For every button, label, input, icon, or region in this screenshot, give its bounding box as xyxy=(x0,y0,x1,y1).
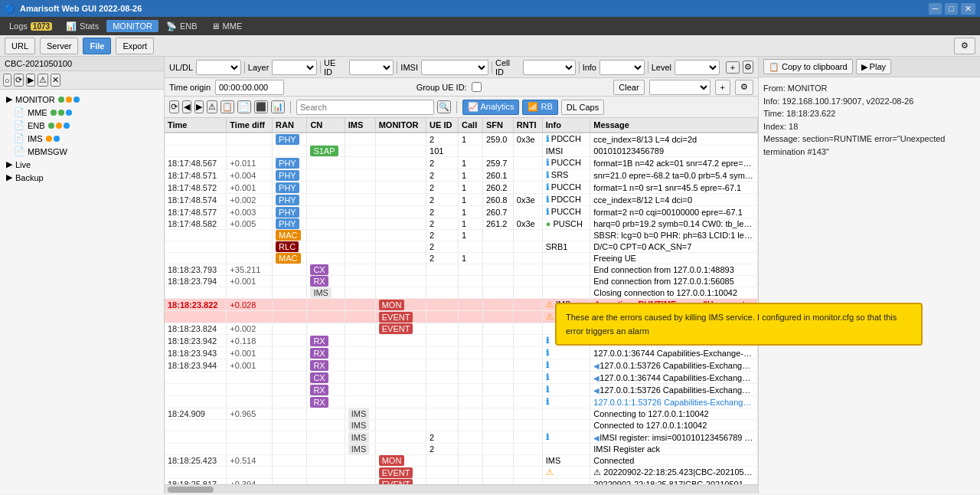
file-button[interactable]: File xyxy=(83,38,111,54)
extra-button[interactable]: ⚙ xyxy=(954,38,975,54)
table-row[interactable]: RX ℹ ◀127.0.0.1:53726 Capabilities-Excha… xyxy=(165,384,758,396)
sidebar-ctrl-5[interactable]: ✕ xyxy=(51,74,60,87)
table-row[interactable]: 18:17:48.582 +0.005 PHY 2 1 261.2 0x3e ●… xyxy=(165,218,758,230)
clear-select[interactable] xyxy=(649,80,710,95)
stop-button[interactable]: ⬛ xyxy=(254,100,268,113)
td-message: Connecting to 127.0.0.1:10042 xyxy=(590,408,758,420)
table-row[interactable]: 18:24.909 +0.965 IMS Connecting to 127.0… xyxy=(165,408,758,420)
table-row[interactable]: EVENT ⚠ ⚠ 20220902-22:18:25.423|CBC-2021… xyxy=(165,467,758,479)
play-button[interactable]: ▶ Play xyxy=(856,59,891,74)
sidebar-ctrl-4[interactable]: ⚠ xyxy=(38,74,48,87)
table-row[interactable]: IMS Connected to 127.0.0.1:10042 xyxy=(165,420,758,431)
copy-button[interactable]: 📋 xyxy=(220,100,234,113)
settings-button[interactable]: ⚙ xyxy=(743,61,753,74)
level-select[interactable] xyxy=(675,60,720,75)
table-row[interactable]: 18:18:25.423 +0.514 MON IMS Connected xyxy=(165,455,758,467)
td-message: snr=21.0 epre=-68.2 ta=0.0 prb=5.4 symb=… xyxy=(590,169,758,182)
copy-clipboard-button[interactable]: 📋 Copy to clipboard xyxy=(763,59,853,74)
antenna-icon: 📡 xyxy=(166,21,177,31)
chart-button[interactable]: 📊 xyxy=(271,100,285,113)
sidebar-item-enb[interactable]: 📄 ENB xyxy=(3,119,161,132)
sidebar-item-mbmsgw[interactable]: 📄 MBMSGW xyxy=(3,145,161,158)
sidebar-item-monitor[interactable]: ▶ MONITOR xyxy=(3,93,161,106)
info-select[interactable] xyxy=(599,60,645,75)
server-button[interactable]: Server xyxy=(40,38,78,54)
table-row[interactable]: MAC 2 1 Freeing UE xyxy=(165,253,758,264)
table-row[interactable]: 18:17:48.567 +0.011 PHY 2 1 259.7 ℹ PUCC… xyxy=(165,157,758,169)
group-ue-id-checkbox[interactable] xyxy=(472,82,482,92)
close-button[interactable]: ✕ xyxy=(961,3,975,15)
layer-select[interactable] xyxy=(272,60,317,75)
clear-button[interactable]: Clear xyxy=(613,80,644,95)
col-message: Message xyxy=(590,118,758,133)
sidebar-ctrl-3[interactable]: ▶ xyxy=(26,74,35,87)
menu-logs[interactable]: Logs 1073 xyxy=(3,20,58,32)
table-row[interactable]: 18:18:23.943 +0.001 RX ℹ 127.0.0.1:36744… xyxy=(165,347,758,359)
imsi-select[interactable] xyxy=(421,60,488,75)
td-rnti xyxy=(513,311,542,323)
add-filter-button[interactable]: + xyxy=(726,61,740,74)
refresh-button[interactable]: ⟳ xyxy=(169,100,179,113)
dl-caps-button[interactable]: DL Caps xyxy=(561,100,604,115)
search-button[interactable]: 🔍 xyxy=(437,100,451,113)
td-mon xyxy=(375,359,426,372)
table-row[interactable]: 18:17:48.577 +0.003 PHY 2 1 260.7 ℹ PUCC… xyxy=(165,206,758,218)
doc-button[interactable]: 📄 xyxy=(237,100,251,113)
table-row[interactable]: CX ℹ ◀127.0.0.1:36744 Capabilities-Excha… xyxy=(165,372,758,384)
table-row[interactable]: PHY 2 1 259.0 0x3e ℹ PDCCH cce_index=8/1… xyxy=(165,133,758,146)
config-button[interactable]: ⚙ xyxy=(735,80,753,95)
export-button[interactable]: Export xyxy=(116,38,154,54)
url-button[interactable]: URL xyxy=(5,38,35,54)
table-row[interactable]: IMS 2 ℹ ◀IMSI register: imsi=00101012345… xyxy=(165,431,758,444)
horizontal-scrollbar[interactable] xyxy=(165,484,758,493)
table-row[interactable]: 18:17:48.571 +0.004 PHY 2 1 260.1 ℹ SRS … xyxy=(165,169,758,182)
cell-id-select[interactable] xyxy=(523,60,575,75)
sidebar-item-ims[interactable]: 📄 IMS xyxy=(3,132,161,145)
sidebar-content: ▶ MONITOR 📄 MME 📄 xyxy=(0,90,164,493)
table-row[interactable]: 18:18:23.794 +0.001 RX End connection fr… xyxy=(165,276,758,287)
ul-dl-select[interactable] xyxy=(196,60,241,75)
table-row[interactable]: IMS 2 IMSI Register ack xyxy=(165,444,758,455)
rb-button[interactable]: 📶 RB xyxy=(522,100,557,115)
prev-button[interactable]: ◀ xyxy=(182,100,191,113)
minimize-button[interactable]: ─ xyxy=(929,3,942,15)
menu-mme[interactable]: 🖥 MME xyxy=(205,20,249,32)
menu-enb[interactable]: 📡 ENB xyxy=(160,20,204,33)
sidebar-item-mme[interactable]: 📄 MME xyxy=(3,106,161,119)
table-row[interactable]: MAC 2 1 SBSR: lcg=0 b=0 PHR: ph=63 LCID:… xyxy=(165,230,758,241)
time-bar: Time origin Group UE ID: Clear + ⚙ xyxy=(165,78,758,97)
analytics-button[interactable]: 📈 Analytics xyxy=(462,100,519,115)
search-input[interactable] xyxy=(296,100,434,115)
sidebar-ctrl-2[interactable]: ⟳ xyxy=(14,74,24,87)
table-row[interactable]: 18:18:23.793 +35.211 CX End connection f… xyxy=(165,264,758,276)
table-container[interactable]: Time Time diff RAN CN IMS MONITOR UE ID … xyxy=(165,118,758,484)
sidebar-item-backup[interactable]: ▶ Backup xyxy=(3,171,161,184)
table-row[interactable]: IMS Closing connection to 127.0.0.1:1004… xyxy=(165,287,758,299)
td-cn: RX xyxy=(307,359,345,372)
sidebar-ctrl-1[interactable]: ○ xyxy=(3,74,11,87)
table-row[interactable]: 18:18:25.817 +0.394 EVENT 20220902-22:18… xyxy=(165,479,758,485)
monitor-label: MONITOR xyxy=(15,95,55,104)
warn-button[interactable]: ⚠ xyxy=(207,100,217,113)
table-row[interactable]: RX ℹ 127.0.0.1:1.53726 Capabilities-Exch… xyxy=(165,396,758,408)
next-button[interactable]: ▶ xyxy=(194,100,204,113)
mme-label: MME xyxy=(223,21,243,31)
add-button[interactable]: + xyxy=(715,80,730,95)
time-origin-input[interactable] xyxy=(215,80,284,95)
sidebar-item-live[interactable]: ▶ Live xyxy=(3,158,161,171)
menu-stats[interactable]: 📊 Stats xyxy=(60,20,105,33)
ue-id-select[interactable] xyxy=(349,60,394,75)
table-row[interactable]: 18:17:48.572 +0.001 PHY 2 1 260.2 ℹ PUCC… xyxy=(165,182,758,194)
table-row[interactable]: RLC 2 SRB1 D/C=0 CPT=0 ACK_SN=7 xyxy=(165,241,758,253)
table-row[interactable]: 18:17:48.574 +0.002 PHY 2 1 260.8 0x3e ℹ… xyxy=(165,194,758,206)
scroll-thumb[interactable] xyxy=(168,487,214,493)
td-diff xyxy=(227,230,273,241)
td-sfn xyxy=(482,479,513,485)
table-row[interactable]: S1AP 101 IMSI 001010123456789 xyxy=(165,146,758,157)
menu-bar: Logs 1073 📊 Stats MONITOR 📡 ENB 🖥 MME xyxy=(0,17,980,35)
item-icon: 📄 xyxy=(14,107,24,117)
maximize-button[interactable]: □ xyxy=(945,3,958,15)
table-row[interactable]: 18:18:23.944 +0.001 RX ℹ ◀127.0.0.1:5372… xyxy=(165,359,758,372)
menu-monitor[interactable]: MONITOR xyxy=(106,20,158,32)
backup-label: Backup xyxy=(15,173,44,182)
